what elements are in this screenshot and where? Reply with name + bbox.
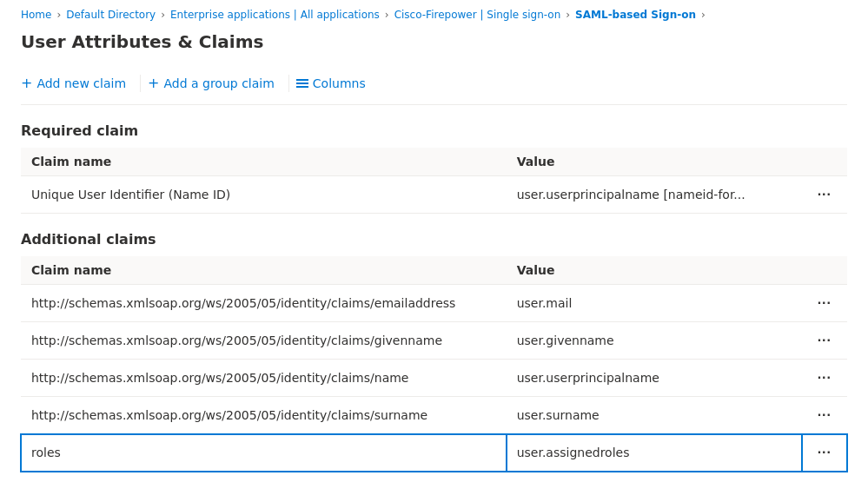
breadcrumb-directory[interactable]: Default Directory [66,9,156,21]
ellipsis-menu-button[interactable]: ··· [812,368,837,387]
breadcrumb: Home › Default Directory › Enterprise ap… [21,0,847,28]
breadcrumb-sep-3: › [385,9,389,21]
required-col-claim-name: Claim name [21,148,507,176]
toolbar-divider-2 [288,75,289,92]
additional-col-claim-name: Claim name [21,256,507,285]
claim-actions-cell[interactable]: ··· [802,176,847,214]
claim-actions-cell[interactable]: ··· [802,285,847,322]
additional-col-actions [802,256,847,285]
claim-actions-cell[interactable]: ··· [802,434,847,472]
breadcrumb-saml[interactable]: SAML-based Sign-on [575,9,696,21]
required-claim-section: Required claim Claim name Value Unique U… [21,122,847,214]
breadcrumb-home[interactable]: Home [21,9,51,21]
plus-icon-claim: + [21,76,32,90]
required-claim-title: Required claim [21,122,847,139]
breadcrumb-enterprise-apps[interactable]: Enterprise applications | All applicatio… [170,9,380,21]
table-row[interactable]: Unique User Identifier (Name ID) user.us… [21,176,847,214]
table-row[interactable]: http://schemas.xmlsoap.org/ws/2005/05/id… [21,285,847,322]
ellipsis-menu-button[interactable]: ··· [812,294,837,313]
breadcrumb-sep-1: › [56,9,61,21]
claim-name-cell: Unique User Identifier (Name ID) [21,176,507,214]
claim-name-cell: http://schemas.xmlsoap.org/ws/2005/05/id… [21,285,507,322]
required-col-value: Value [507,148,802,176]
breadcrumb-cisco[interactable]: Cisco-Firepower | Single sign-on [394,9,561,21]
toolbar-divider-1 [140,75,141,92]
ellipsis-menu-button[interactable]: ··· [812,185,837,204]
required-claim-table: Claim name Value Unique User Identifier … [21,148,847,214]
plus-icon-group: + [148,76,159,90]
additional-claims-title: Additional claims [21,231,847,248]
claim-name-cell: http://schemas.xmlsoap.org/ws/2005/05/id… [21,322,507,360]
claim-name-cell: http://schemas.xmlsoap.org/ws/2005/05/id… [21,360,507,397]
claim-value-cell: user.surname [507,397,802,434]
additional-col-value: Value [507,256,802,285]
add-group-claim-button[interactable]: + Add a group claim [148,73,285,94]
add-claim-label: Add new claim [36,76,126,90]
claim-name-cell: http://schemas.xmlsoap.org/ws/2005/05/id… [21,397,507,434]
ellipsis-menu-button[interactable]: ··· [812,406,837,425]
ellipsis-menu-button[interactable]: ··· [812,331,837,350]
columns-icon [296,79,308,88]
add-group-label: Add a group claim [163,76,274,90]
claim-value-cell: user.givenname [507,322,802,360]
toolbar: + Add new claim + Add a group claim Colu… [21,66,847,105]
table-row[interactable]: roles user.assignedroles ··· [21,434,847,472]
table-row[interactable]: http://schemas.xmlsoap.org/ws/2005/05/id… [21,360,847,397]
additional-claims-table: Claim name Value http://schemas.xmlsoap.… [21,256,847,472]
breadcrumb-sep-2: › [161,9,165,21]
page-title: User Attributes & Claims [21,31,847,52]
additional-claims-section: Additional claims Claim name Value http:… [21,231,847,472]
table-row[interactable]: http://schemas.xmlsoap.org/ws/2005/05/id… [21,322,847,360]
add-new-claim-button[interactable]: + Add new claim [21,73,136,94]
breadcrumb-sep-5: › [701,9,706,21]
claim-value-cell: user.userprincipalname [507,360,802,397]
claim-actions-cell[interactable]: ··· [802,322,847,360]
columns-button[interactable]: Columns [296,73,366,94]
claim-name-cell: roles [21,434,507,472]
claim-value-cell: user.assignedroles [507,434,802,472]
ellipsis-menu-button[interactable]: ··· [812,443,837,462]
breadcrumb-sep-4: › [566,9,570,21]
table-row[interactable]: http://schemas.xmlsoap.org/ws/2005/05/id… [21,397,847,434]
required-col-actions [802,148,847,176]
claim-value-cell: user.mail [507,285,802,322]
claim-actions-cell[interactable]: ··· [802,397,847,434]
claim-actions-cell[interactable]: ··· [802,360,847,397]
claim-value-cell: user.userprincipalname [nameid-for... [507,176,802,214]
columns-label: Columns [313,76,366,90]
